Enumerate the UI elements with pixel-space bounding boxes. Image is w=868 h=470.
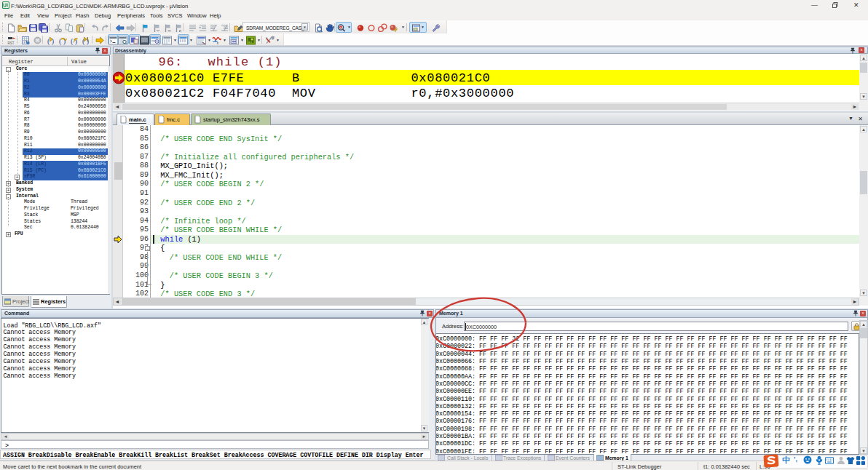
svg-text:( ): ( )	[71, 37, 77, 46]
svg-text:t: t	[217, 40, 218, 45]
svg-text:RST: RST	[8, 41, 15, 45]
